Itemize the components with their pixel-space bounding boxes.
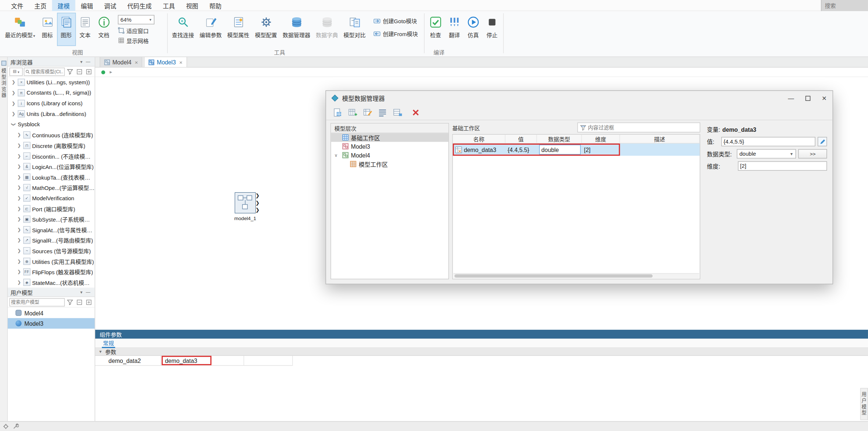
expand-all-icon[interactable] <box>85 67 93 76</box>
library-item[interactable]: ❯∿SignalAt...(信号属性模型库) <box>8 225 94 235</box>
col-value[interactable]: 值 <box>506 135 537 143</box>
library-item[interactable]: ❯▦LookupTa...(查找表模型库) <box>8 172 94 183</box>
add-table-icon[interactable] <box>348 107 358 117</box>
chevron-expanded-icon[interactable]: ∨ <box>334 153 337 158</box>
edit-data-icon[interactable] <box>362 107 372 117</box>
simulate-button[interactable]: 仿真 <box>464 13 483 46</box>
library-item[interactable]: ❯✓ModelVerification <box>8 193 94 204</box>
dialog-titlebar[interactable]: 模型数据管理器 — ✕ <box>326 91 833 105</box>
params-section-header[interactable]: ▼ 参数 <box>95 348 868 356</box>
hierarchy-item-model-workspace[interactable]: 模型工作区 <box>331 160 448 169</box>
library-item[interactable]: ❯πConstants (L..., R, sigma)) <box>8 88 94 98</box>
menu-file[interactable]: 文件 <box>6 0 29 11</box>
menu-edit[interactable]: 编辑 <box>75 0 99 11</box>
table-row[interactable]: demo_data3 {4.4,5.5} double [2] <box>453 144 700 156</box>
col-desc[interactable]: 描述 <box>620 135 700 143</box>
user-models-search-input[interactable] <box>11 299 63 305</box>
library-item[interactable]: ❯⌐Discontin... (不连续模型库) <box>8 151 94 162</box>
model-config-button[interactable]: 模型配置 <box>252 13 280 46</box>
col-type[interactable]: 数据类型 <box>537 135 582 143</box>
content-filter-input[interactable] <box>588 124 697 131</box>
value-input[interactable] <box>721 137 815 146</box>
library-item[interactable]: ❯FFFlipFlops (触发器模型库) <box>8 266 94 277</box>
panel-menu-icon[interactable]: ▾ <box>79 290 84 295</box>
check-button[interactable]: 检查 <box>426 13 445 46</box>
zoom-select[interactable]: 64%▾ <box>118 15 154 25</box>
list-view-icon[interactable] <box>378 107 387 117</box>
gear-icon[interactable] <box>3 423 9 430</box>
edit-params-button[interactable]: 编辑参数 <box>197 13 224 46</box>
library-item[interactable]: ❯⊕Utilities (实用工具模型库) <box>8 256 94 267</box>
collapse-all-icon[interactable] <box>75 298 84 306</box>
tab-model4[interactable]: Model4 × <box>100 57 142 67</box>
param-row[interactable]: demo_data2 demo_data3 <box>95 356 293 366</box>
model-browser-vertical-tab[interactable]: 模型浏览器 <box>1 60 7 99</box>
panel-minimize-icon[interactable]: — <box>84 59 92 64</box>
close-button[interactable]: ✕ <box>816 91 832 105</box>
model-properties-button[interactable]: 模型属性 <box>225 13 252 46</box>
library-item[interactable]: ❯◈StateMac...(状态机模型库) <box>8 277 94 288</box>
model-compare-button[interactable]: 模型对比 <box>341 13 368 46</box>
menu-home[interactable]: 主页 <box>29 0 52 11</box>
scrollbar-thumb[interactable] <box>454 274 653 278</box>
hierarchy-item-model4[interactable]: ∨ Model4 <box>331 151 448 160</box>
global-search[interactable] <box>821 0 868 11</box>
library-item[interactable]: ❯iIcons (Library of icons) <box>8 98 94 109</box>
minimize-button[interactable]: — <box>783 91 799 105</box>
create-goto-button[interactable]: 创建Goto模块 <box>373 17 418 25</box>
delete-variable-icon[interactable] <box>411 107 421 117</box>
fit-window-button[interactable]: 适应窗口 <box>118 27 161 34</box>
filter-icon[interactable] <box>66 67 74 76</box>
icon-button[interactable]: 图标 <box>38 13 57 46</box>
show-grid-button[interactable]: 显示网格 <box>118 36 161 44</box>
tab-general[interactable]: 常规 <box>102 338 115 348</box>
library-view-dropdown[interactable]: ▤▾ <box>10 67 23 76</box>
menu-tools[interactable]: 工具 <box>157 0 181 11</box>
param-value-field[interactable]: demo_data3 <box>162 356 212 365</box>
col-dims[interactable]: 维度 <box>582 135 620 143</box>
model4-1-block[interactable]: ❯ ❯ ❯ <box>235 192 256 213</box>
library-item[interactable]: ❯~Sources (信号源模型库) <box>8 245 94 256</box>
library-item[interactable]: ❯∿Continuous (连续模型库) <box>8 130 94 140</box>
panel-menu-icon[interactable]: ▾ <box>79 59 84 64</box>
hierarchy-item-model3[interactable]: Model3 <box>331 142 448 151</box>
maximize-button[interactable] <box>799 91 816 105</box>
menu-help[interactable]: 帮助 <box>204 0 227 11</box>
filter-icon[interactable] <box>66 298 74 306</box>
data-manager-button[interactable]: 数据管理器 <box>280 13 313 46</box>
menu-debug[interactable]: 调试 <box>99 0 122 11</box>
panel-minimize-icon[interactable]: — <box>84 290 92 295</box>
library-item[interactable]: ❯√MathOpe...(学运算模型库) <box>8 182 94 193</box>
library-item[interactable]: ❯AgUnits (Libra...definitions) <box>8 109 94 119</box>
close-tab-icon[interactable]: × <box>135 59 138 65</box>
breadcrumb-arrow-icon[interactable]: ▸ <box>110 69 112 75</box>
find-connection-button[interactable]: 查找连接 <box>169 13 197 46</box>
graphics-button[interactable]: 图形 <box>57 13 75 46</box>
content-filter-box[interactable] <box>577 123 700 133</box>
append-row-icon[interactable] <box>393 107 403 117</box>
user-model-item-model3[interactable]: Model3 <box>8 318 94 329</box>
library-item[interactable]: ❯▣SubSyste...(子系统模型库) <box>8 214 94 225</box>
library-item-sysblock[interactable]: ❯Sysblock <box>8 119 94 130</box>
col-name[interactable]: 名称 <box>453 135 506 143</box>
document-button[interactable]: 文档 <box>94 13 113 46</box>
create-from-button[interactable]: 创建From模块 <box>373 29 418 38</box>
add-variable-icon[interactable] <box>333 107 343 117</box>
hierarchy-item-base-workspace[interactable]: 基础工作区 <box>331 133 448 142</box>
cell-type-editor[interactable]: double <box>539 145 581 155</box>
text-button[interactable]: 文本 <box>76 13 94 46</box>
stop-button[interactable]: 停止 <box>483 13 501 46</box>
edit-value-button[interactable] <box>818 137 827 146</box>
tab-model3[interactable]: Model3 × <box>144 57 187 67</box>
horizontal-scrollbar[interactable] <box>453 273 699 278</box>
library-item[interactable]: ❯↗SignalR...(号路由模型库) <box>8 235 94 245</box>
library-search-box[interactable] <box>24 67 65 76</box>
user-models-vertical-tab[interactable]: 用户模型 <box>860 388 868 420</box>
type-select[interactable]: double▼ <box>737 149 796 159</box>
wrench-icon[interactable] <box>13 423 19 430</box>
menu-codegen[interactable]: 代码生成 <box>122 0 157 11</box>
library-item[interactable]: ❯×Utilities (Li...ngs, system)) <box>8 77 94 88</box>
menu-modeling[interactable]: 建模 <box>52 0 75 11</box>
library-search-input[interactable] <box>31 69 63 74</box>
library-item[interactable]: ❯⊏Port (端口模型库) <box>8 204 94 214</box>
